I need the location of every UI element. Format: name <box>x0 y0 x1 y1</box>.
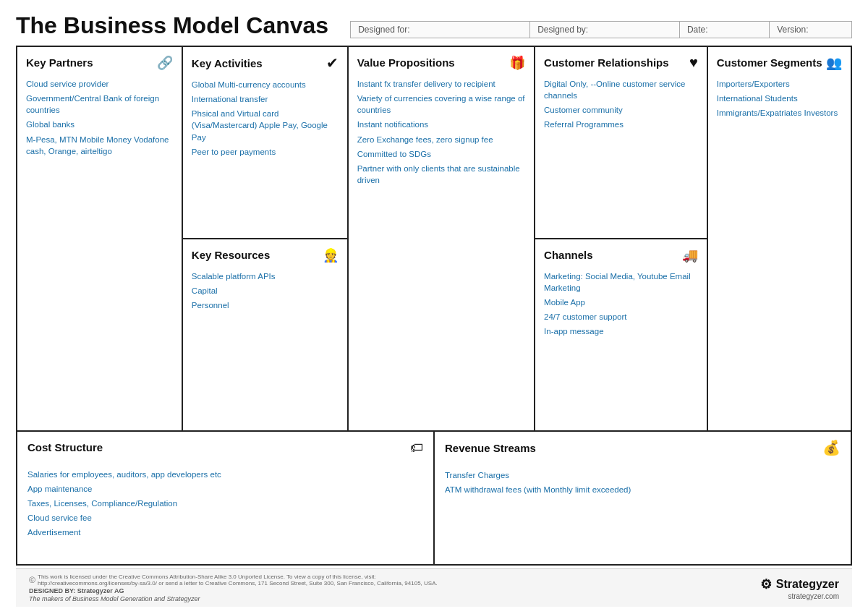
designed-for-field[interactable]: Designed for: <box>350 21 530 38</box>
link-icon <box>157 54 173 71</box>
footer-brand-name: Strategyzer <box>776 578 839 591</box>
worker-icon <box>323 247 339 263</box>
canvas-main: Key Partners Cloud service provider Gove… <box>17 47 851 430</box>
list-item: App maintenance <box>27 483 423 495</box>
list-item: Global banks <box>26 119 173 130</box>
customer-segments-section: Customer Segments Importers/Exporters In… <box>708 47 851 430</box>
list-item: Cloud service provider <box>26 78 173 90</box>
key-resources-items: Scalable platform APIs Capital Personnel <box>192 270 339 311</box>
cost-structure-items: Salaries for employees, auditors, app de… <box>27 469 423 538</box>
key-activities-header: Key Activities <box>192 54 339 72</box>
key-partners-section: Key Partners Cloud service provider Gove… <box>17 47 182 430</box>
channels-header: Channels <box>544 247 698 263</box>
list-item: Capital <box>192 285 339 297</box>
page-title: The Business Model Canvas <box>16 13 328 38</box>
customer-segments-column: Customer Segments Importers/Exporters In… <box>708 47 851 430</box>
key-partners-header: Key Partners <box>26 54 173 71</box>
list-item: ATM withdrawal fees (with Monthly limit … <box>445 484 841 495</box>
canvas-bottom: Cost Structure Salaries for employees, a… <box>17 430 851 564</box>
key-partners-column: Key Partners Cloud service provider Gove… <box>17 47 183 430</box>
list-item: Referral Programmes <box>544 119 698 130</box>
gift-icon <box>509 54 525 71</box>
date-label: Date: <box>687 25 762 35</box>
value-propositions-header: Value Propositions <box>357 54 525 71</box>
list-item: Immigrants/Expatriates Investors <box>717 107 842 119</box>
truck-icon <box>682 247 698 263</box>
list-item: Taxes, Licenses, Compliance/Regulation <box>27 498 423 509</box>
channels-items: Marketing: Social Media, Youtube Email M… <box>544 270 698 337</box>
list-item: Global Multi-currency accounts <box>192 79 339 90</box>
revenue-streams-section: Revenue Streams Transfer Charges ATM wit… <box>435 432 851 564</box>
channels-section: Channels Marketing: Social Media, Youtub… <box>535 239 707 430</box>
heart-icon <box>689 54 698 71</box>
list-item: Government/Central Bank of foreign count… <box>26 93 173 116</box>
designed-by-label: Designed by: <box>537 25 672 35</box>
footer: ⓒ This work is licensed under the Creati… <box>16 568 852 607</box>
key-resources-section: Key Resources Scalable platform APIs Cap… <box>183 239 347 430</box>
key-partners-items: Cloud service provider Government/Centra… <box>26 78 173 157</box>
meta-fields: Designed for: Designed by: Date: Version… <box>350 21 852 38</box>
customer-relationships-header: Customer Relationships <box>544 54 698 71</box>
activities-resources-column: Key Activities Global Multi-currency acc… <box>183 47 349 430</box>
list-item: Committed to SDGs <box>357 148 525 160</box>
list-item: Instant notifications <box>357 119 525 130</box>
value-propositions-section: Value Propositions Instant fx transfer d… <box>349 47 534 430</box>
cost-structure-header: Cost Structure <box>27 439 423 456</box>
footer-cc-icons: ⓒ This work is licensed under the Creati… <box>29 574 472 587</box>
money-icon <box>822 439 841 456</box>
checkmark-icon <box>326 54 339 72</box>
revenue-streams-items: Transfer Charges ATM withdrawal fees (wi… <box>445 469 841 495</box>
list-item: Instant fx transfer delivery to recipien… <box>357 78 525 90</box>
footer-right: ⚙ Strategyzer strategyzer.com <box>760 576 839 600</box>
cc-icon: ⓒ <box>29 576 35 585</box>
date-field[interactable]: Date: <box>680 21 770 38</box>
footer-designed-by: DESIGNED BY: Strategyzer AG <box>29 587 472 594</box>
key-partners-title: Key Partners <box>26 56 93 69</box>
list-item: M-Pesa, MTN Mobile Money Vodafone cash, … <box>26 134 173 157</box>
footer-brand: ⚙ Strategyzer <box>760 576 839 592</box>
strategyzer-logo-icon: ⚙ <box>760 576 772 592</box>
top-bar: The Business Model Canvas Designed for: … <box>16 13 852 38</box>
channels-title: Channels <box>544 249 593 261</box>
list-item: 24/7 customer support <box>544 311 698 323</box>
relationships-channels-column: Customer Relationships Digital Only, --O… <box>535 47 708 430</box>
designed-for-label: Designed for: <box>358 25 522 35</box>
footer-brand-url: strategyzer.com <box>788 592 839 600</box>
key-resources-header: Key Resources <box>192 247 339 263</box>
list-item: In-app message <box>544 325 698 337</box>
footer-makers: The makers of Business Model Generation … <box>29 595 472 602</box>
list-item: Salaries for employees, auditors, app de… <box>27 469 423 480</box>
version-field[interactable]: Version: <box>770 21 852 38</box>
customer-segments-header: Customer Segments <box>717 54 842 71</box>
key-activities-title: Key Activities <box>192 57 263 69</box>
list-item: Transfer Charges <box>445 469 841 481</box>
list-item: Phsical and Virtual card (Visa/Mastercar… <box>192 108 339 142</box>
list-item: Partner with only clients that are susta… <box>357 163 525 186</box>
key-resources-title: Key Resources <box>192 249 270 261</box>
tag-icon <box>410 439 423 456</box>
list-item: International Students <box>717 93 842 104</box>
cc-text: This work is licensed under the Creative… <box>38 574 472 587</box>
value-propositions-items: Instant fx transfer delivery to recipien… <box>357 78 525 186</box>
customer-relationships-section: Customer Relationships Digital Only, --O… <box>535 47 707 239</box>
version-label: Version: <box>777 25 844 35</box>
list-item: Scalable platform APIs <box>192 270 339 282</box>
list-item: Variety of currencies covering a wise ra… <box>357 93 525 116</box>
footer-left: ⓒ This work is licensed under the Creati… <box>29 574 472 602</box>
list-item: Peer to peer payments <box>192 146 339 158</box>
customer-segments-items: Importers/Exporters International Studen… <box>717 78 842 119</box>
list-item: Mobile App <box>544 297 698 308</box>
cost-structure-section: Cost Structure Salaries for employees, a… <box>17 432 435 564</box>
list-item: Customer community <box>544 104 698 116</box>
list-item: Cloud service fee <box>27 512 423 524</box>
value-propositions-column: Value Propositions Instant fx transfer d… <box>349 47 535 430</box>
cost-structure-title: Cost Structure <box>27 441 103 453</box>
value-propositions-title: Value Propositions <box>357 56 455 69</box>
list-item: Advertisement <box>27 526 423 538</box>
designed-by-field[interactable]: Designed by: <box>530 21 680 38</box>
list-item: Personnel <box>192 299 339 311</box>
people-icon <box>826 54 842 71</box>
customer-relationships-title: Customer Relationships <box>544 56 669 69</box>
list-item: International transfer <box>192 93 339 105</box>
key-activities-section: Key Activities Global Multi-currency acc… <box>183 47 347 239</box>
